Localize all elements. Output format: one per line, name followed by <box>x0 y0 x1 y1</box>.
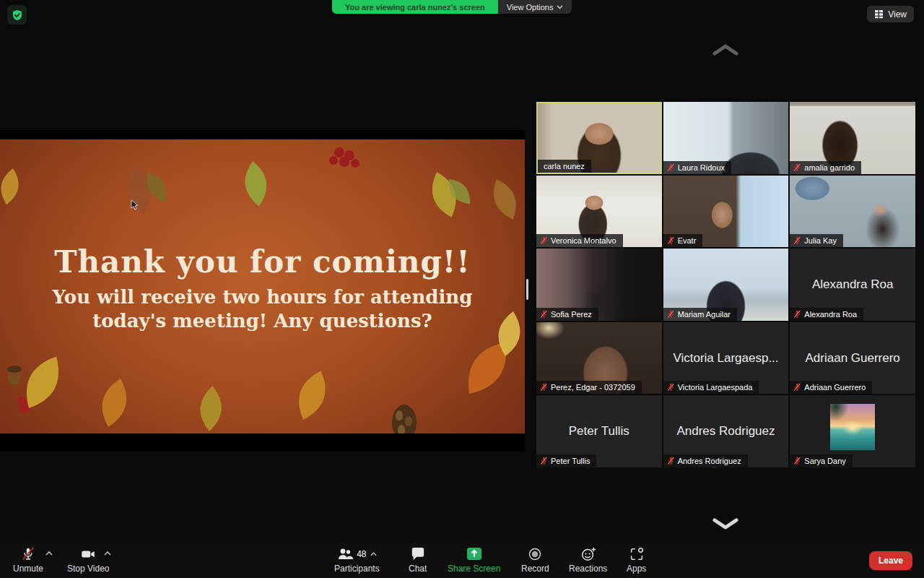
participant-tile[interactable]: Alexandra Roa Alexandra Roa <box>790 249 915 321</box>
participant-nameplate: Veronica Montalvo <box>536 234 623 247</box>
viewing-screen-banner: You are viewing carla nunez's screen <box>332 0 498 14</box>
participant-tile[interactable]: Laura Ridoux <box>663 102 789 174</box>
participant-tile[interactable]: Evatr <box>663 176 789 248</box>
participant-nameplate: Andres Rodriguez <box>663 454 748 467</box>
participant-nameplate: Perez, Edgar - 0372059 <box>536 381 642 394</box>
participant-nameplate: Sofia Perez <box>536 308 598 321</box>
participant-tile[interactable]: Adriaan Guerrero Adriaan Guerrero <box>790 322 915 394</box>
audio-options-caret[interactable] <box>45 551 53 556</box>
participant-nameplate: amalia garrido <box>790 161 861 174</box>
participant-nameplate: Laura Ridoux <box>663 161 731 174</box>
gallery-scroll-down-button[interactable] <box>711 517 740 530</box>
meeting-toolbar: Unmute Stop Video 48 Part <box>0 543 924 578</box>
participant-tile[interactable]: Sofia Perez <box>536 249 662 321</box>
panel-resize-handle[interactable] <box>526 279 528 300</box>
chevron-down-icon <box>557 5 563 9</box>
participants-icon <box>336 547 354 561</box>
participant-grid: carla nunez Laura Ridoux amalia garrido … <box>536 102 915 467</box>
reactions-label: Reactions <box>569 564 607 574</box>
share-screen-button[interactable]: Share Screen <box>448 546 500 574</box>
participant-nameplate: Alexandra Roa <box>790 308 863 321</box>
view-options-label: View Options <box>507 3 554 12</box>
chat-label: Chat <box>409 564 427 574</box>
leave-button[interactable]: Leave <box>869 551 912 570</box>
muted-mic-icon <box>540 383 548 392</box>
participant-tile[interactable]: Julia Kay <box>790 176 915 248</box>
participant-nameplate: Adriaan Guerrero <box>790 381 872 394</box>
participant-nameplate: Evatr <box>663 234 703 247</box>
share-screen-icon <box>466 547 483 561</box>
muted-mic-icon <box>667 310 675 319</box>
muted-mic-icon <box>793 457 801 465</box>
mic-muted-icon <box>20 546 36 562</box>
participant-tile[interactable]: Peter Tullis Peter Tullis <box>536 395 662 467</box>
slide-text-block: Thank you for coming!! You will receive … <box>0 244 525 332</box>
stop-video-label: Stop Video <box>67 564 110 574</box>
participant-nameplate: Peter Tullis <box>536 454 596 467</box>
participant-tile[interactable]: Andres Rodriguez Andres Rodriguez <box>663 395 789 467</box>
participants-button[interactable]: 48 Participants <box>334 546 380 574</box>
muted-mic-icon <box>793 163 801 172</box>
muted-mic-icon <box>540 310 548 319</box>
gallery-view-icon <box>874 9 884 19</box>
participant-tile[interactable]: Perez, Edgar - 0372059 <box>536 322 662 394</box>
muted-mic-icon <box>540 457 548 465</box>
participant-tile[interactable]: carla nunez <box>536 102 662 174</box>
share-screen-label: Share Screen <box>448 564 500 574</box>
record-button[interactable]: Record <box>521 546 549 574</box>
muted-mic-icon <box>667 163 675 172</box>
record-icon <box>528 547 542 561</box>
apps-label: Apps <box>627 564 646 574</box>
unmute-button[interactable]: Unmute <box>13 546 43 574</box>
muted-mic-icon <box>667 457 675 465</box>
record-label: Record <box>521 564 549 574</box>
reactions-button[interactable]: Reactions <box>569 546 607 574</box>
unmute-label: Unmute <box>13 564 43 574</box>
muted-mic-icon <box>793 310 801 319</box>
participants-count: 48 <box>357 549 366 559</box>
muted-mic-icon <box>793 236 801 245</box>
muted-mic-icon <box>540 236 548 245</box>
participants-caret[interactable] <box>370 551 378 557</box>
participant-tile[interactable]: amalia garrido <box>790 102 915 174</box>
participant-nameplate: carla nunez <box>538 160 591 173</box>
participant-tile[interactable]: Victoria Largaesp... Victoria Largaespad… <box>663 322 789 394</box>
participant-nameplate: Mariam Aguilar <box>663 308 737 321</box>
muted-mic-icon <box>667 383 675 392</box>
profile-avatar <box>830 404 875 450</box>
view-button-label: View <box>888 9 907 20</box>
participant-nameplate: Julia Kay <box>790 234 843 247</box>
video-options-caret[interactable] <box>103 551 112 556</box>
gallery-scroll-up-button[interactable] <box>711 43 740 56</box>
view-button[interactable]: View <box>867 6 914 22</box>
participants-label: Participants <box>334 564 380 574</box>
chat-button[interactable]: Chat <box>409 546 427 574</box>
apps-icon <box>629 546 645 562</box>
camera-icon <box>79 546 97 562</box>
chat-icon <box>410 547 426 561</box>
screen-share-banner: You are viewing carla nunez's screen Vie… <box>332 0 572 14</box>
view-options-button[interactable]: View Options <box>498 0 572 14</box>
apps-button[interactable]: Apps <box>627 546 646 574</box>
participant-nameplate: Sarya Dany <box>790 454 852 467</box>
security-button[interactable] <box>7 5 27 25</box>
slide-subtitle: You will receive two hours for attending… <box>39 285 487 332</box>
muted-mic-icon <box>793 383 801 392</box>
participant-tile[interactable]: Veronica Montalvo <box>536 176 662 248</box>
slide-title: Thank you for coming!! <box>0 244 525 280</box>
presentation-slide: Thank you for coming!! You will receive … <box>0 139 525 434</box>
shared-screen-region: Thank you for coming!! You will receive … <box>0 130 525 452</box>
shield-check-icon <box>12 9 23 21</box>
participant-tile[interactable]: Sarya Dany <box>790 395 915 467</box>
mouse-cursor <box>131 199 139 211</box>
participant-tile[interactable]: Mariam Aguilar <box>663 249 789 321</box>
participant-nameplate: Victoria Largaespada <box>663 381 759 394</box>
muted-mic-icon <box>667 236 675 245</box>
reactions-icon <box>580 546 596 562</box>
